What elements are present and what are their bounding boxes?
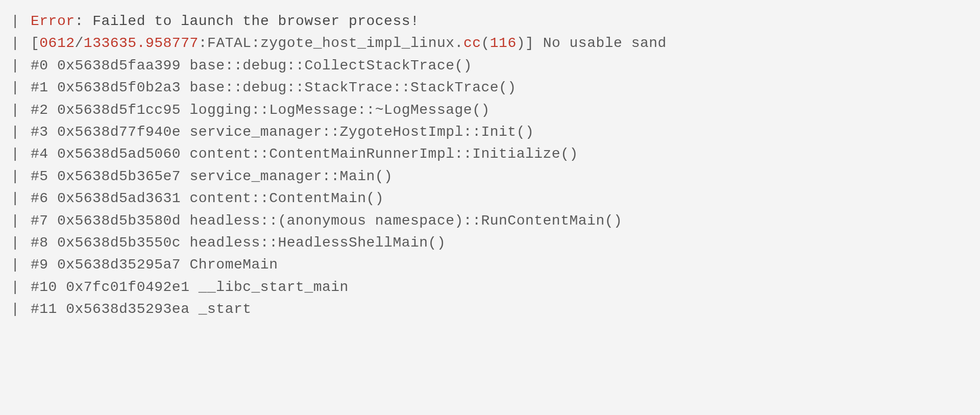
- frame-text: #2 0x5638d5f1cc95 logging::LogMessage::~…: [31, 102, 490, 118]
- frame-text: #11 0x5638d35293ea _start: [31, 301, 252, 317]
- error-message: Failed to launch the browser process!: [92, 13, 419, 29]
- open-bracket: [: [31, 35, 39, 51]
- stack-frame: |#7 0x5638d5b3580d headless::(anonymous …: [0, 210, 980, 232]
- frame-text: #9 0x5638d35295a7 ChromeMain: [31, 257, 278, 273]
- stack-frame: |#6 0x5638d5ad3631 content::ContentMain(…: [0, 187, 980, 209]
- frame-text: #0 0x5638d5faa399 base::debug::CollectSt…: [31, 58, 472, 74]
- log-output: |Error: Failed to launch the browser pro…: [0, 10, 980, 320]
- pipe-prefix: |: [0, 121, 31, 143]
- pipe-prefix: |: [0, 210, 31, 232]
- error-line: |Error: Failed to launch the browser pro…: [0, 10, 980, 32]
- frame-text: #4 0x5638d5ad5060 content::ContentMainRu…: [31, 146, 578, 162]
- line-number: 116: [490, 35, 517, 51]
- fatal-message: No usable sand: [534, 35, 667, 51]
- timestamp-time: 133635.958777: [84, 35, 199, 51]
- pipe-prefix: |: [0, 55, 31, 77]
- stack-frame: |#10 0x7fc01f0492e1 __libc_start_main: [0, 276, 980, 298]
- pipe-prefix: |: [0, 10, 31, 32]
- pipe-prefix: |: [0, 276, 31, 298]
- frame-text: #3 0x5638d77f940e service_manager::Zygot…: [31, 124, 534, 140]
- stack-frame: |#3 0x5638d77f940e service_manager::Zygo…: [0, 121, 980, 143]
- stack-frame: |#11 0x5638d35293ea _start: [0, 298, 980, 320]
- fatal-tag: :FATAL:: [199, 35, 260, 51]
- pipe-prefix: |: [0, 187, 31, 209]
- frame-text: #7 0x5638d5b3580d headless::(anonymous n…: [31, 213, 622, 229]
- file-ext: cc: [463, 35, 481, 51]
- pipe-prefix: |: [0, 165, 31, 187]
- paren-close: ): [517, 35, 525, 51]
- timestamp-date: 0612: [39, 35, 75, 51]
- stack-frame: |#4 0x5638d5ad5060 content::ContentMainR…: [0, 143, 980, 165]
- frame-text: #10 0x7fc01f0492e1 __libc_start_main: [31, 279, 349, 295]
- stack-frame: |#9 0x5638d35295a7 ChromeMain: [0, 254, 980, 276]
- frame-text: #5 0x5638d5b365e7 service_manager::Main(…: [31, 168, 393, 184]
- stack-frame: |#1 0x5638d5f0b2a3 base::debug::StackTra…: [0, 77, 980, 99]
- pipe-prefix: |: [0, 32, 31, 54]
- pipe-prefix: |: [0, 254, 31, 276]
- pipe-prefix: |: [0, 77, 31, 99]
- stack-frame: |#0 0x5638d5faa399 base::debug::CollectS…: [0, 55, 980, 77]
- stack-frame: |#8 0x5638d5b3550c headless::HeadlessShe…: [0, 232, 980, 254]
- stack-frame: |#5 0x5638d5b365e7 service_manager::Main…: [0, 165, 980, 187]
- pipe-prefix: |: [0, 99, 31, 121]
- pipe-prefix: |: [0, 232, 31, 254]
- pipe-prefix: |: [0, 298, 31, 320]
- stack-frame: |#2 0x5638d5f1cc95 logging::LogMessage::…: [0, 99, 980, 121]
- error-label: Error: [31, 13, 75, 29]
- slash: /: [75, 35, 84, 51]
- close-bracket: ]: [525, 35, 534, 51]
- frame-text: #1 0x5638d5f0b2a3 base::debug::StackTrac…: [31, 80, 517, 95]
- frame-text: #6 0x5638d5ad3631 content::ContentMain(): [31, 190, 384, 206]
- frame-text: #8 0x5638d5b3550c headless::HeadlessShel…: [31, 235, 446, 251]
- source-file: zygote_host_impl_linux.: [260, 35, 463, 51]
- fatal-line: |[0612/133635.958777:FATAL:zygote_host_i…: [0, 32, 980, 54]
- error-colon: :: [75, 13, 93, 29]
- paren-open: (: [481, 35, 489, 51]
- pipe-prefix: |: [0, 143, 31, 165]
